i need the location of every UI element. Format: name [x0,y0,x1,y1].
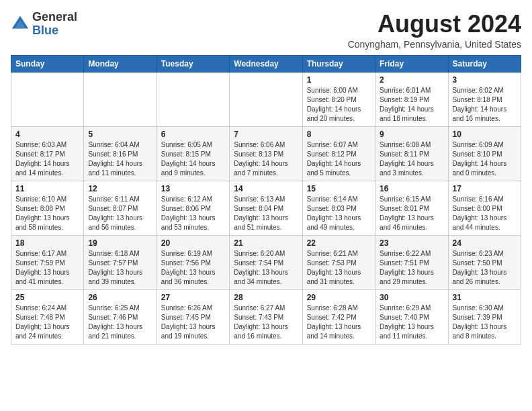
day-number: 3 [453,75,517,85]
day-number: 24 [453,238,517,248]
day-info: Sunrise: 6:18 AM Sunset: 7:57 PM Dayligh… [88,249,152,287]
calendar-week-row: 4Sunrise: 6:03 AM Sunset: 8:17 PM Daylig… [11,126,521,181]
calendar-week-row: 11Sunrise: 6:10 AM Sunset: 8:08 PM Dayli… [11,181,521,235]
day-number: 26 [88,293,152,302]
location-subtitle: Conyngham, Pennsylvania, United States [348,39,521,50]
day-info: Sunrise: 6:19 AM Sunset: 7:56 PM Dayligh… [161,249,225,287]
day-number: 28 [234,293,298,302]
day-info: Sunrise: 6:24 AM Sunset: 7:48 PM Dayligh… [15,304,79,341]
day-info: Sunrise: 6:25 AM Sunset: 7:46 PM Dayligh… [88,304,152,341]
day-number: 7 [234,130,298,139]
calendar-cell: 15Sunrise: 6:14 AM Sunset: 8:03 PM Dayli… [302,181,375,235]
calendar-cell: 11Sunrise: 6:10 AM Sunset: 8:08 PM Dayli… [11,181,84,235]
day-info: Sunrise: 6:22 AM Sunset: 7:51 PM Dayligh… [380,249,443,287]
day-info: Sunrise: 6:28 AM Sunset: 7:42 PM Dayligh… [307,304,371,341]
day-number: 1 [307,75,371,85]
day-number: 20 [161,238,225,248]
day-info: Sunrise: 6:15 AM Sunset: 8:01 PM Dayligh… [380,195,443,232]
calendar-cell [157,72,229,126]
day-number: 12 [88,184,152,193]
day-info: Sunrise: 6:08 AM Sunset: 8:11 PM Dayligh… [380,140,443,178]
day-number: 22 [307,238,371,248]
calendar-table: SundayMondayTuesdayWednesdayThursdayFrid… [11,55,521,345]
calendar-cell: 4Sunrise: 6:03 AM Sunset: 8:17 PM Daylig… [11,126,84,181]
calendar-cell: 5Sunrise: 6:04 AM Sunset: 8:16 PM Daylig… [84,126,157,181]
day-info: Sunrise: 6:11 AM Sunset: 8:07 PM Dayligh… [88,195,152,232]
day-number: 30 [380,293,443,302]
day-info: Sunrise: 6:07 AM Sunset: 8:12 PM Dayligh… [307,140,371,178]
day-info: Sunrise: 6:02 AM Sunset: 8:18 PM Dayligh… [453,86,517,124]
calendar-cell: 3Sunrise: 6:02 AM Sunset: 8:18 PM Daylig… [448,72,521,126]
logo-icon [11,15,30,34]
day-info: Sunrise: 6:01 AM Sunset: 8:19 PM Dayligh… [380,86,443,124]
calendar-cell: 12Sunrise: 6:11 AM Sunset: 8:07 PM Dayli… [84,181,157,235]
logo-general-text: General [32,10,77,24]
column-header-wednesday: Wednesday [230,55,302,72]
calendar-cell: 16Sunrise: 6:15 AM Sunset: 8:01 PM Dayli… [375,181,448,235]
day-number: 27 [161,293,225,302]
day-number: 9 [380,130,443,139]
day-number: 10 [453,130,517,139]
calendar-cell [11,72,84,126]
day-info: Sunrise: 6:00 AM Sunset: 8:20 PM Dayligh… [307,86,371,124]
column-header-thursday: Thursday [302,55,375,72]
day-number: 4 [15,130,79,139]
day-number: 13 [161,184,225,193]
calendar-cell: 13Sunrise: 6:12 AM Sunset: 8:06 PM Dayli… [157,181,229,235]
day-number: 16 [380,184,443,193]
day-info: Sunrise: 6:16 AM Sunset: 8:00 PM Dayligh… [453,195,517,232]
calendar-cell: 25Sunrise: 6:24 AM Sunset: 7:48 PM Dayli… [11,289,84,344]
day-info: Sunrise: 6:05 AM Sunset: 8:15 PM Dayligh… [161,140,225,178]
day-info: Sunrise: 6:17 AM Sunset: 7:59 PM Dayligh… [15,249,79,287]
day-number: 6 [161,130,225,139]
calendar-cell: 8Sunrise: 6:07 AM Sunset: 8:12 PM Daylig… [302,126,375,181]
calendar-cell: 10Sunrise: 6:09 AM Sunset: 8:10 PM Dayli… [448,126,521,181]
calendar-cell: 24Sunrise: 6:23 AM Sunset: 7:50 PM Dayli… [448,235,521,289]
calendar-week-row: 18Sunrise: 6:17 AM Sunset: 7:59 PM Dayli… [11,235,521,289]
calendar-cell: 9Sunrise: 6:08 AM Sunset: 8:11 PM Daylig… [375,126,448,181]
column-header-monday: Monday [84,55,157,72]
day-number: 8 [307,130,371,139]
page-header: General Blue August 2024 Conyngham, Penn… [11,11,521,50]
calendar-cell: 17Sunrise: 6:16 AM Sunset: 8:00 PM Dayli… [448,181,521,235]
calendar-cell: 26Sunrise: 6:25 AM Sunset: 7:46 PM Dayli… [84,289,157,344]
day-number: 5 [88,130,152,139]
month-year-title: August 2024 [348,11,521,38]
calendar-cell: 22Sunrise: 6:21 AM Sunset: 7:53 PM Dayli… [302,235,375,289]
calendar-cell: 28Sunrise: 6:27 AM Sunset: 7:43 PM Dayli… [230,289,302,344]
calendar-cell [84,72,157,126]
calendar-cell: 6Sunrise: 6:05 AM Sunset: 8:15 PM Daylig… [157,126,229,181]
calendar-week-row: 25Sunrise: 6:24 AM Sunset: 7:48 PM Dayli… [11,289,521,344]
calendar-cell: 1Sunrise: 6:00 AM Sunset: 8:20 PM Daylig… [302,72,375,126]
day-number: 23 [380,238,443,248]
column-header-saturday: Saturday [448,55,521,72]
day-info: Sunrise: 6:21 AM Sunset: 7:53 PM Dayligh… [307,249,371,287]
column-header-tuesday: Tuesday [157,55,229,72]
day-number: 29 [307,293,371,302]
day-number: 31 [453,293,517,302]
title-block: August 2024 Conyngham, Pennsylvania, Uni… [348,11,521,50]
day-info: Sunrise: 6:10 AM Sunset: 8:08 PM Dayligh… [15,195,79,232]
column-header-sunday: Sunday [11,55,84,72]
column-header-friday: Friday [375,55,448,72]
day-info: Sunrise: 6:27 AM Sunset: 7:43 PM Dayligh… [234,304,298,341]
day-number: 15 [307,184,371,193]
calendar-cell: 31Sunrise: 6:30 AM Sunset: 7:39 PM Dayli… [448,289,521,344]
day-info: Sunrise: 6:06 AM Sunset: 8:13 PM Dayligh… [234,140,298,178]
calendar-cell: 14Sunrise: 6:13 AM Sunset: 8:04 PM Dayli… [230,181,302,235]
logo: General Blue [11,11,77,38]
day-info: Sunrise: 6:03 AM Sunset: 8:17 PM Dayligh… [15,140,79,178]
calendar-cell [230,72,302,126]
calendar-header-row: SundayMondayTuesdayWednesdayThursdayFrid… [11,55,521,72]
calendar-week-row: 1Sunrise: 6:00 AM Sunset: 8:20 PM Daylig… [11,72,521,126]
day-number: 19 [88,238,152,248]
day-info: Sunrise: 6:13 AM Sunset: 8:04 PM Dayligh… [234,195,298,232]
day-info: Sunrise: 6:12 AM Sunset: 8:06 PM Dayligh… [161,195,225,232]
day-info: Sunrise: 6:20 AM Sunset: 7:54 PM Dayligh… [234,249,298,287]
calendar-cell: 18Sunrise: 6:17 AM Sunset: 7:59 PM Dayli… [11,235,84,289]
calendar-cell: 20Sunrise: 6:19 AM Sunset: 7:56 PM Dayli… [157,235,229,289]
day-info: Sunrise: 6:04 AM Sunset: 8:16 PM Dayligh… [88,140,152,178]
day-number: 11 [15,184,79,193]
calendar-cell: 23Sunrise: 6:22 AM Sunset: 7:51 PM Dayli… [375,235,448,289]
calendar-cell: 2Sunrise: 6:01 AM Sunset: 8:19 PM Daylig… [375,72,448,126]
